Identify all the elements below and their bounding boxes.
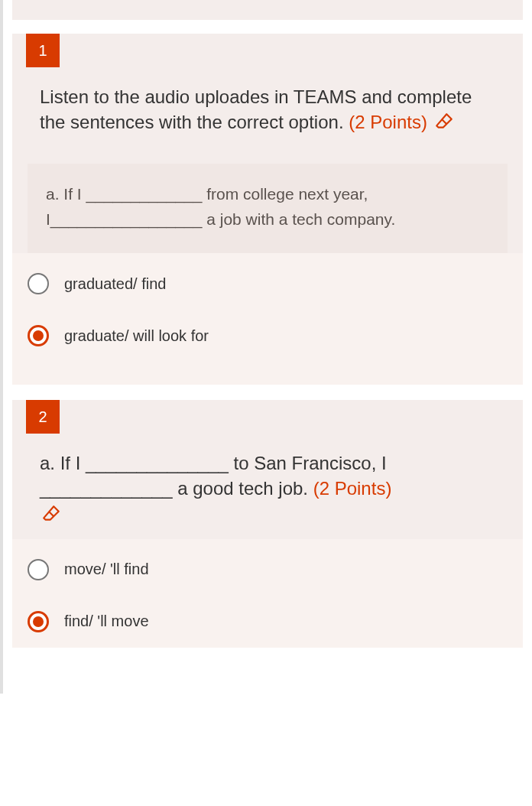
points-label: (2 Points): [349, 112, 427, 132]
question-card-2: 2 a. If I ______________ to San Francisc…: [12, 400, 523, 647]
question-prompt: Listen to the audio uploades in TEAMS an…: [12, 84, 523, 147]
option-label: graduate/ will look for: [64, 327, 209, 345]
points-label: (2 Points): [313, 478, 392, 499]
question-number-badge: 2: [26, 400, 60, 434]
eraser-icon[interactable]: [434, 112, 454, 138]
question-sub-prompt: a. If I _____________ from college next …: [28, 164, 508, 253]
radio-unchecked-icon[interactable]: [28, 559, 49, 580]
option-row[interactable]: move/ 'll find: [28, 559, 508, 580]
radio-checked-icon[interactable]: [28, 611, 49, 632]
option-label: find/ 'll move: [64, 613, 149, 630]
option-row[interactable]: graduated/ find: [28, 273, 508, 294]
option-row[interactable]: graduate/ will look for: [28, 325, 508, 346]
option-row[interactable]: find/ 'll move: [28, 611, 508, 632]
question-card-1: 1 Listen to the audio uploades in TEAMS …: [12, 34, 523, 385]
previous-card-stub: [12, 0, 523, 20]
radio-unchecked-icon[interactable]: [28, 273, 49, 294]
page-container: 1 Listen to the audio uploades in TEAMS …: [0, 0, 532, 694]
option-label: graduated/ find: [64, 275, 166, 293]
options-group-2: move/ 'll find find/ 'll move: [12, 539, 523, 648]
eraser-icon[interactable]: [41, 504, 61, 530]
question-prompt: a. If I ______________ to San Francisco,…: [12, 450, 523, 538]
question-number-badge: 1: [26, 34, 60, 67]
option-label: move/ 'll find: [64, 561, 149, 578]
radio-checked-icon[interactable]: [28, 325, 49, 346]
options-group-1: graduated/ find graduate/ will look for: [12, 253, 523, 385]
